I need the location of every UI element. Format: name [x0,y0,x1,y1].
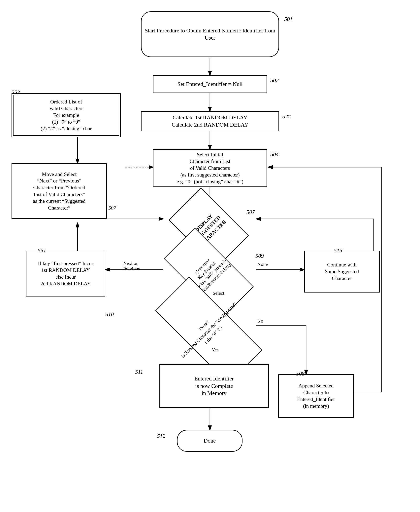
ref-510: 510 [105,311,114,318]
done-label: Done [201,436,218,446]
ref-511: 511 [135,369,143,375]
label-522: Calculate 1st RANDOM DELAYCalculate 2nd … [169,112,251,130]
node-522: Calculate 1st RANDOM DELAYCalculate 2nd … [141,111,279,131]
ref-507: 507 [247,209,255,215]
start-label: Start Procedure to Obtain Entered Numeri… [142,25,278,43]
ref-501: 501 [284,16,292,22]
node-515: Continue withSame SuggestedCharacter [304,251,380,293]
ref-515: 515 [334,247,342,254]
label-508: Append SelectedCharacter toEntered_Ident… [295,381,337,411]
ref-509: 509 [255,253,264,259]
node-502: Set Entered_Identifier = Null [153,75,267,93]
label-504: Select InitialCharacter from Listof Vali… [175,150,246,186]
ref-553: 553 [12,89,20,95]
ref-551: 551 [38,247,46,254]
ref-506: 507 [108,205,116,211]
label-no: No [257,318,263,324]
ref-504: 504 [270,151,279,158]
node-551: If key “first pressed” Incur1st RANDOM D… [26,251,105,296]
ref-508: 508 [296,371,305,377]
label-502: Set Entered_Identifier = Null [175,79,245,89]
label-515: Continue withSame SuggestedCharacter [323,260,361,283]
node-504: Select InitialCharacter from Listof Vali… [153,149,267,187]
label-551: If key “first pressed” Incur1st RANDOM D… [36,259,95,288]
start-node: Start Procedure to Obtain Entered Numeri… [141,11,279,57]
done-node: Done [177,430,242,452]
ref-512: 512 [157,433,165,439]
label-yes: Yes [212,347,219,353]
label-511: Entered Identifieris now Completein Memo… [192,373,236,398]
node-553: Ordered List ofValid CharactersFor examp… [12,93,121,137]
ref-522: 522 [282,113,291,120]
node-511: Entered Identifieris now Completein Memo… [159,364,269,408]
label-none: None [257,262,268,267]
flowchart-diagram: Start Procedure to Obtain Entered Numeri… [0,0,420,512]
ref-502: 502 [270,77,279,84]
label-553: Ordered List ofValid CharactersFor examp… [39,97,94,133]
node-510-wrapper: Done?Is Selected Character the “closing … [157,306,262,356]
label-next-or-prev: Next orPrevious [123,261,140,272]
node-506: Move and Select“Next” or “Previous”Chara… [12,163,107,219]
label-506: Move and Select“Next” or “Previous”Chara… [31,170,88,212]
node-508: Append SelectedCharacter toEntered_Ident… [278,374,354,418]
